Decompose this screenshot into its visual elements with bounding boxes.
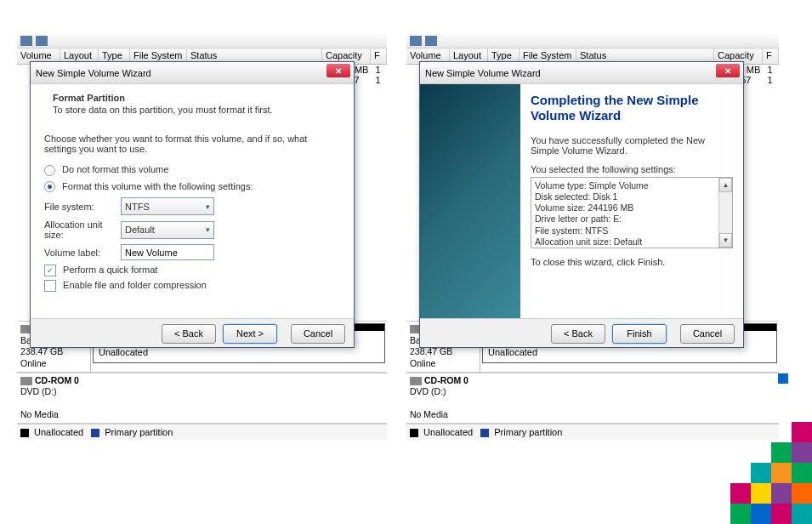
wizard-title-text: New Simple Volume Wizard [36,68,151,78]
cancel-button[interactable]: Cancel [291,324,345,344]
scroll-up-icon[interactable]: ▲ [719,178,732,192]
toolbar-icon [410,36,422,46]
cdrom-icon [20,377,32,385]
volume-label-input[interactable] [121,244,214,260]
legend-primary-swatch [91,429,99,437]
disk-size: 238.47 GB [20,346,63,356]
toolbar [406,33,779,48]
au-select[interactable]: Default [121,221,214,239]
partition-status: Unallocated [99,347,148,357]
cdrom-name: CD-ROM 0 [35,375,79,385]
disk-status: Online [20,358,46,368]
cancel-button[interactable]: Cancel [680,324,735,344]
wizard-side-graphic [420,84,520,318]
cdrom-path: DVD (D:) [410,386,446,396]
fs-select[interactable]: NTFS [121,197,214,215]
wizard-title-text: New Simple Volume Wizard [425,68,541,78]
wizard-dialog-format: New Simple Volume Wizard ✕ Format Partit… [30,61,355,348]
wizard-subheading: To store data on this partition, you mus… [53,105,340,115]
summary-line: Allocation unit size: Default [535,236,729,248]
legend-unalloc: Unallocated [423,427,473,437]
cdrom-name: CD-ROM 0 [424,375,468,385]
quick-format-label: Perform a quick format [63,265,157,275]
legend: Unallocated Primary partition [17,424,387,440]
toolbar [17,33,387,48]
col-f[interactable]: F [371,48,387,64]
summary-line: Disk selected: Disk 1 [535,191,729,202]
legend-unalloc-swatch [20,429,29,437]
summary-line: Drive letter or path: E: [535,214,729,225]
settings-summary-list: Volume type: Simple Volume Disk selected… [531,177,733,248]
summary-line: Volume size: 244196 MB [535,202,729,214]
back-button[interactable]: < Back [162,324,216,344]
cdrom-status: No Media [20,409,59,419]
legend-primary-swatch [480,429,489,437]
cdrom-status: No Media [410,409,448,419]
finish-button[interactable]: Finish [612,324,667,344]
col-f[interactable]: F [763,48,779,64]
wizard-prompt: Choose whether you want to format this v… [44,134,340,154]
wizard-dialog-complete: New Simple Volume Wizard ✕ Completing th… [419,61,744,348]
summary-line: File system: NTFS [535,225,729,236]
back-button[interactable]: < Back [551,324,605,344]
radio-format[interactable] [44,181,55,192]
radio-format-label: Format this volume with the following se… [62,181,253,191]
cdrom-icon [410,377,422,385]
partition-status: Unallocated [488,347,537,357]
wizard-complete-heading: Completing the New Simple Volume Wizard [531,93,733,123]
disk-status: Online [410,358,435,368]
legend-primary: Primary partition [494,427,562,437]
toolbar-icon [20,36,32,46]
close-button[interactable]: ✕ [716,64,740,77]
summary-line: Volume type: Simple Volume [535,180,729,191]
fs-label: File system: [44,202,121,212]
wizard-success-text: You have successfully completed the New … [531,135,733,156]
scroll-down-icon[interactable]: ▼ [719,233,732,248]
decorative-pixels [701,413,812,524]
wizard-titlebar[interactable]: New Simple Volume Wizard ✕ [420,62,743,84]
wizard-titlebar[interactable]: New Simple Volume Wizard ✕ [31,62,354,84]
toolbar-icon [425,36,437,46]
cdrom-path: DVD (D:) [20,386,57,396]
vl-label: Volume label: [44,248,121,258]
radio-no-format[interactable] [44,165,55,176]
radio-no-format-label: Do not format this volume [62,164,168,174]
quick-format-checkbox[interactable]: ✓ [44,265,56,276]
wizard-close-text: To close this wizard, click Finish. [531,257,733,267]
disk-size: 238.47 GB [410,346,452,356]
compress-checkbox[interactable] [44,280,56,292]
cdrom-row[interactable]: CD-ROM 0 DVD (D:) No Media [17,373,387,424]
au-label: Allocation unit size: [44,219,121,240]
scrollbar[interactable]: ▲ ▼ [718,178,732,248]
next-button[interactable]: Next > [223,324,277,344]
legend-unalloc-swatch [410,429,418,437]
wizard-heading: Format Partition [53,93,340,103]
legend-unalloc: Unallocated [34,427,83,437]
wizard-selected-text: You selected the following settings: [531,164,733,174]
summary-line: Volume label: New Volume [535,248,729,248]
compress-label: Enable file and folder compression [63,280,207,290]
toolbar-icon [36,36,48,46]
legend-primary: Primary partition [105,427,173,437]
close-button[interactable]: ✕ [327,64,350,77]
